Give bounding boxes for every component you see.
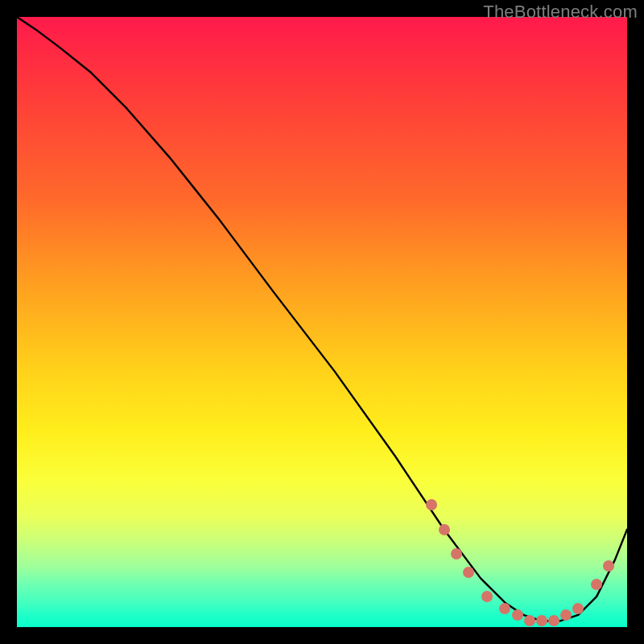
curve-marker xyxy=(524,615,535,626)
curve-marker xyxy=(560,609,572,621)
curve-marker xyxy=(463,567,474,578)
curve-marker xyxy=(481,591,493,602)
curve-marker xyxy=(499,603,510,614)
curve-marker xyxy=(451,548,462,559)
curve-marker xyxy=(426,499,437,510)
chart-stage: TheBottleneck.com xyxy=(0,0,644,644)
curve-marker xyxy=(603,560,614,572)
curve-markers xyxy=(17,17,627,627)
watermark-text: TheBottleneck.com xyxy=(483,2,638,23)
curve-marker xyxy=(439,524,450,535)
curve-marker xyxy=(548,615,559,626)
curve-marker xyxy=(512,609,523,621)
curve-marker xyxy=(591,579,602,590)
curve-marker xyxy=(572,603,584,614)
curve-marker xyxy=(536,615,547,626)
plot-area xyxy=(17,17,627,627)
